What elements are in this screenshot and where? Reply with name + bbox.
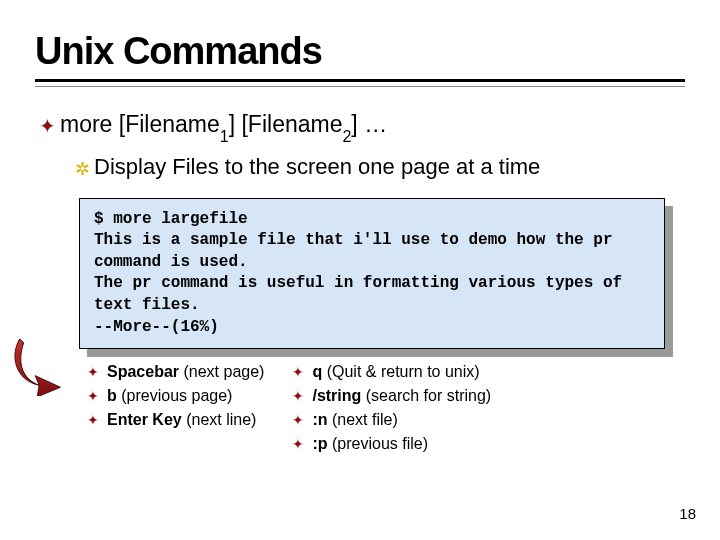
divider-thick: [35, 79, 685, 82]
bullet-icon: ✦: [39, 114, 56, 138]
key-item: ✦Enter Key (next line): [87, 411, 264, 429]
key-item: ✦q (Quit & return to unix): [292, 363, 491, 381]
bullet-icon: ✦: [292, 364, 304, 380]
code-content: $ more largefile This is a sample file t…: [79, 198, 665, 350]
key-item: ✦/string (search for string): [292, 387, 491, 405]
bullet-icon: ✦: [292, 388, 304, 404]
bullet-icon: ✦: [292, 436, 304, 452]
key-col-right: ✦q (Quit & return to unix) ✦/string (sea…: [292, 363, 491, 459]
bullet-icon: ✦: [87, 364, 99, 380]
key-item: ✦Spacebar (next page): [87, 363, 264, 381]
key-item: ✦b (previous page): [87, 387, 264, 405]
description-text: Display Files to the screen one page at …: [94, 154, 540, 180]
key-columns: ✦Spacebar (next page) ✦b (previous page)…: [87, 363, 685, 459]
divider-thin: [35, 86, 685, 87]
curved-arrow-icon: [14, 336, 72, 396]
slide: Unix Commands ✦ more [Filename1] [Filena…: [0, 0, 720, 479]
bullet-icon: ✲: [75, 158, 90, 180]
key-col-left: ✦Spacebar (next page) ✦b (previous page)…: [87, 363, 264, 459]
key-item: ✦:n (next file): [292, 411, 491, 429]
command-text: more [Filename1] [Filename2] …: [60, 111, 387, 142]
page-number: 18: [679, 505, 696, 522]
description-line: ✲ Display Files to the screen one page a…: [75, 154, 685, 180]
bullet-icon: ✦: [292, 412, 304, 428]
bullet-icon: ✦: [87, 412, 99, 428]
code-block: $ more largefile This is a sample file t…: [79, 198, 665, 350]
bullet-icon: ✦: [87, 388, 99, 404]
key-item: ✦:p (previous file): [292, 435, 491, 453]
slide-title: Unix Commands: [35, 30, 685, 73]
command-line: ✦ more [Filename1] [Filename2] …: [39, 111, 685, 142]
